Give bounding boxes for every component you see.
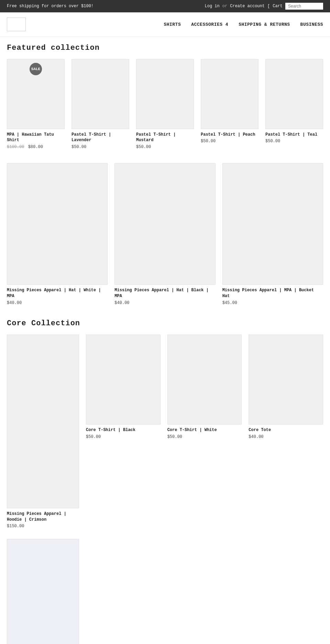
product-name-core-black: Core T-Shirt | Black bbox=[86, 427, 161, 433]
create-account-link[interactable]: Create account bbox=[230, 4, 265, 9]
price-sale: $80.00 bbox=[28, 145, 43, 149]
header: SHIRTS ACCESSORIES 4 SHIPPING & RETURNS … bbox=[0, 12, 330, 37]
login-link[interactable]: Log in bbox=[205, 4, 220, 9]
separator: or bbox=[222, 4, 227, 9]
product-card-teal[interactable]: Pastel T-Shirt | Teal $50.00 bbox=[265, 59, 323, 149]
product-price-mustard: $50.00 bbox=[136, 145, 194, 149]
product-name-lavender: Pastel T-Shirt | Lavender bbox=[72, 132, 129, 144]
product-price-core-tote: $40.00 bbox=[249, 434, 323, 439]
product-price-bucket-hat: $45.00 bbox=[222, 301, 323, 305]
cart-bracket: [ bbox=[267, 4, 270, 9]
product-image-core-black bbox=[86, 335, 161, 425]
featured-title: Featured collection bbox=[7, 44, 323, 52]
product-card-mustard[interactable]: Pastel T-Shirt | Mustard $50.00 bbox=[136, 59, 194, 149]
product-image-hat-white-mpa bbox=[7, 539, 79, 644]
top-bar-right: Log in or Create account [ Cart bbox=[205, 3, 323, 10]
product-image-core-white bbox=[167, 335, 242, 425]
product-price-core-black: $50.00 bbox=[86, 434, 161, 439]
product-name-hat-black: Missing Pieces Apparel | Hat | Black | M… bbox=[114, 287, 215, 299]
product-image-teal bbox=[265, 59, 323, 129]
product-card-hat-white-mpa[interactable]: Missing Pieces Apparel | Hat | White | M… bbox=[7, 539, 79, 644]
main-nav: SHIRTS ACCESSORIES 4 SHIPPING & RETURNS … bbox=[164, 22, 323, 27]
product-image-mustard bbox=[136, 59, 194, 129]
featured-grid-row2: Missing Pieces Apparel | Hat | White | M… bbox=[7, 163, 323, 305]
nav-business[interactable]: BUSINESS bbox=[300, 22, 323, 27]
product-price-hat-white: $40.00 bbox=[7, 301, 108, 305]
sale-badge: SALE bbox=[30, 63, 42, 75]
product-card-core-black[interactable]: Core T-Shirt | Black $50.00 bbox=[86, 335, 161, 481]
product-image-hat-black bbox=[114, 163, 215, 285]
featured-grid-row1: SALE MPA | Hawaiian Tatu Shirt $100.00 $… bbox=[7, 59, 323, 149]
product-image-peach bbox=[201, 59, 258, 129]
product-price-hat-black: $40.00 bbox=[114, 301, 215, 305]
core-hat-section: Missing Pieces Apparel | Hat | White | M… bbox=[7, 539, 79, 644]
core-grid: Missing Pieces Apparel | Hoodie | Crimso… bbox=[7, 335, 323, 529]
core-title: Core Collection bbox=[7, 319, 323, 328]
nav-shirts[interactable]: SHIRTS bbox=[164, 22, 181, 27]
product-price-hawaiian: $100.00 $80.00 bbox=[7, 145, 65, 149]
product-price-lavender: $50.00 bbox=[72, 145, 129, 149]
promo-message: Free shipping for orders over $100! bbox=[7, 4, 205, 9]
product-name-teal: Pastel T-Shirt | Teal bbox=[265, 132, 323, 138]
top-bar: Free shipping for orders over $100! Log … bbox=[0, 0, 330, 12]
core-spacer-3 bbox=[249, 487, 323, 529]
logo[interactable] bbox=[7, 18, 26, 31]
product-card-hat-white[interactable]: Missing Pieces Apparel | Hat | White | M… bbox=[7, 163, 108, 305]
product-image-bucket-hat bbox=[222, 163, 323, 285]
product-price-teal: $50.00 bbox=[265, 139, 323, 144]
product-name-peach: Pastel T-Shirt | Peach bbox=[201, 132, 258, 138]
product-name-core-tote: Core Tote bbox=[249, 427, 323, 433]
product-card-hoodie[interactable]: Missing Pieces Apparel | Hoodie | Crimso… bbox=[7, 335, 79, 529]
product-card-bucket-hat[interactable]: Missing Pieces Apparel | MPA | Bucket Ha… bbox=[222, 163, 323, 305]
promo-text: Free shipping for orders over $100! bbox=[7, 4, 94, 9]
product-name-hawaiian: MPA | Hawaiian Tatu Shirt bbox=[7, 132, 65, 144]
product-card-hat-black[interactable]: Missing Pieces Apparel | Hat | Black | M… bbox=[114, 163, 215, 305]
nav-accessories[interactable]: ACCESSORIES 4 bbox=[191, 22, 228, 27]
price-original: $100.00 bbox=[7, 145, 24, 149]
product-name-hat-white: Missing Pieces Apparel | Hat | White | M… bbox=[7, 287, 108, 299]
product-image-hat-white bbox=[7, 163, 108, 285]
core-spacer-1 bbox=[86, 487, 161, 529]
core-spacer-2 bbox=[167, 487, 242, 529]
product-price-core-white: $50.00 bbox=[167, 434, 242, 439]
product-card-core-white[interactable]: Core T-Shirt | White $50.00 bbox=[167, 335, 242, 481]
product-name-hoodie: Missing Pieces Apparel | Hoodie | Crimso… bbox=[7, 511, 79, 523]
product-image-hawaiian: SALE bbox=[7, 59, 65, 129]
product-price-hoodie: $150.00 bbox=[7, 524, 79, 529]
product-image-hoodie bbox=[7, 335, 79, 508]
search-input[interactable] bbox=[285, 3, 323, 10]
nav-shipping[interactable]: SHIPPING & RETURNS bbox=[239, 22, 290, 27]
product-name-core-white: Core T-Shirt | White bbox=[167, 427, 242, 433]
cart-link[interactable]: Cart bbox=[273, 4, 283, 9]
product-name-mustard: Pastel T-Shirt | Mustard bbox=[136, 132, 194, 144]
product-image-lavender bbox=[72, 59, 129, 129]
product-image-core-tote bbox=[249, 335, 323, 425]
main-content: Featured collection SALE MPA | Hawaiian … bbox=[0, 37, 330, 644]
product-card-lavender[interactable]: Pastel T-Shirt | Lavender $50.00 bbox=[72, 59, 129, 149]
product-card-hawaiian[interactable]: SALE MPA | Hawaiian Tatu Shirt $100.00 $… bbox=[7, 59, 65, 149]
product-card-peach[interactable]: Pastel T-Shirt | Peach $50.00 bbox=[201, 59, 258, 149]
product-card-core-tote[interactable]: Core Tote $40.00 bbox=[249, 335, 323, 481]
product-price-peach: $50.00 bbox=[201, 139, 258, 144]
product-name-bucket-hat: Missing Pieces Apparel | MPA | Bucket Ha… bbox=[222, 287, 323, 299]
